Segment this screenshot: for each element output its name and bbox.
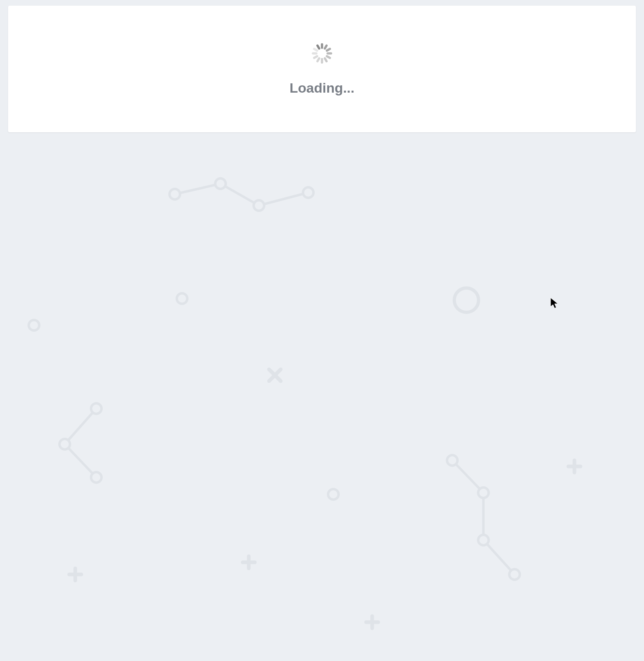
spinner-icon xyxy=(311,42,333,65)
loading-text: Loading... xyxy=(290,80,355,96)
svg-point-3 xyxy=(303,187,314,198)
svg-rect-34 xyxy=(312,52,318,55)
loading-card: Loading... xyxy=(8,6,636,132)
svg-point-1 xyxy=(215,178,226,189)
svg-point-10 xyxy=(59,439,70,449)
svg-point-0 xyxy=(169,189,180,199)
svg-line-7 xyxy=(269,369,281,381)
svg-point-9 xyxy=(91,403,102,414)
svg-point-15 xyxy=(447,455,458,466)
svg-point-2 xyxy=(254,200,264,211)
svg-line-8 xyxy=(269,369,281,381)
svg-point-18 xyxy=(509,569,520,580)
svg-rect-25 xyxy=(321,43,323,49)
cursor-icon xyxy=(550,297,559,309)
svg-rect-31 xyxy=(321,58,323,64)
svg-rect-28 xyxy=(326,52,332,55)
svg-point-12 xyxy=(328,489,339,500)
svg-point-6 xyxy=(454,288,479,312)
svg-point-11 xyxy=(91,472,102,483)
svg-point-4 xyxy=(29,320,39,330)
svg-point-16 xyxy=(478,487,489,498)
svg-point-5 xyxy=(177,293,187,304)
svg-point-17 xyxy=(478,535,489,545)
